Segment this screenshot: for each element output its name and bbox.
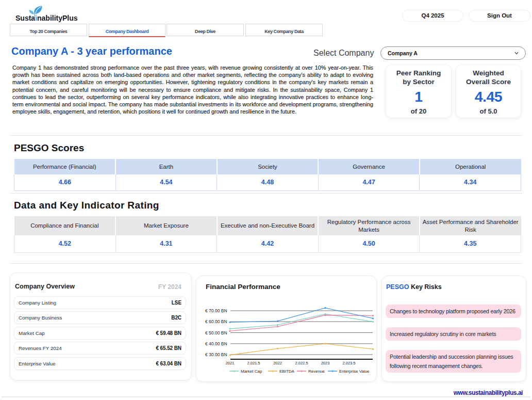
svg-text:2,022.5: 2,022.5 <box>295 361 308 365</box>
svg-text:Revenue: Revenue <box>308 369 325 374</box>
svg-text:€ 30.00 BN: € 30.00 BN <box>205 352 227 357</box>
svg-text:2022: 2022 <box>273 361 282 365</box>
svg-text:Enterprise Value: Enterprise Value <box>339 369 370 374</box>
svg-text:Market Cap: Market Cap <box>241 369 262 374</box>
svg-text:2021: 2021 <box>226 361 235 365</box>
svg-text:2,021.5: 2,021.5 <box>247 361 260 365</box>
svg-text:€ 60.00 BN: € 60.00 BN <box>205 319 227 324</box>
svg-text:EBITDA: EBITDA <box>279 369 295 374</box>
svg-text:€ 70.00 BN: € 70.00 BN <box>205 308 227 313</box>
svg-text:2023: 2023 <box>321 361 330 365</box>
svg-text:€ 50.00 BN: € 50.00 BN <box>205 330 227 335</box>
svg-text:€ 40.00 BN: € 40.00 BN <box>205 341 227 346</box>
svg-text:2,023.5: 2,023.5 <box>342 361 355 365</box>
